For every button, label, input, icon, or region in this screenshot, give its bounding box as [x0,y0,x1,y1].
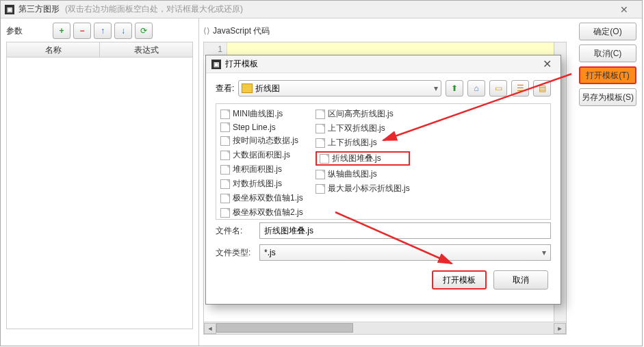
file-item[interactable]: 区间高亮折线图.js [315,108,410,120]
col-name: 名称 [7,42,100,57]
down-button[interactable]: ↓ [114,23,132,39]
remove-button[interactable]: − [73,23,91,39]
close-icon[interactable]: ✕ [610,4,638,15]
filename-input[interactable] [259,222,551,239]
file-item[interactable]: MINI曲线图.js [220,108,303,120]
file-icon [315,138,325,148]
file-icon [220,136,230,146]
filetype-combo[interactable]: *.js ▾ [259,244,551,261]
file-item[interactable]: 纵轴曲线图.js [315,168,410,180]
add-button[interactable]: + [53,23,70,39]
horizontal-scrollbar[interactable]: ◄ ► [204,322,566,334]
cancel-button[interactable]: 取消(C) [579,44,636,62]
file-item[interactable]: 极坐标双数值轴2.js [220,207,303,218]
file-icon [220,194,230,203]
scroll-thumb[interactable] [216,323,353,333]
look-label: 查看: [216,83,234,94]
dialog-button-row: 打开模板 取消 [206,264,561,296]
scroll-left-icon[interactable]: ◄ [204,323,216,334]
params-toolbar: 参数 + − ↑ ↓ ⟳ [6,23,193,39]
file-icon [220,123,230,132]
file-icon [220,179,230,189]
file-icon [220,165,230,175]
line-number: 1 [204,42,227,56]
file-icon [220,208,230,218]
file-icon [315,124,325,133]
code-toolbar: ⟨⟩ JavaScript 代码 [203,23,567,39]
code-line-1[interactable] [227,42,566,56]
save-as-template-button[interactable]: 另存为模板(S) [579,88,636,106]
window-hint: (双击右边功能面板空白处，对话框最大化或还原) [65,3,243,15]
home-button[interactable]: ⌂ [467,80,485,97]
titlebar: ▣ 第三方图形 (双击右边功能面板空白处，对话框最大化或还原) ✕ [1,1,642,18]
params-header: 名称 表达式 [7,42,192,57]
dialog-close-icon[interactable]: ✕ [539,57,555,70]
filename-row: 文件名: [206,220,561,242]
up-folder-button[interactable]: ⬆ [446,80,463,97]
list-view-button[interactable]: ☰ [511,80,529,97]
detail-view-button[interactable]: ▤ [533,80,551,97]
open-template-dialog: ▣ 打开模板 ✕ 查看: 折线图 ▾ ⬆ ⌂ ▭ ☰ ▤ MINI曲线图.js … [205,55,561,305]
file-column-1: MINI曲线图.js Step Line.js 按时间动态数据.js 大数据面积… [220,108,303,215]
filetype-row: 文件类型: *.js ▾ [206,242,561,264]
refresh-button[interactable]: ⟳ [135,23,153,39]
file-column-2: 区间高亮折线图.js 上下双折线图.js 上下折线图.js 折线图堆叠.js 纵… [315,108,410,215]
folder-name: 折线图 [255,83,280,94]
ok-button[interactable]: 确定(O) [579,23,636,40]
file-list[interactable]: MINI曲线图.js Step Line.js 按时间动态数据.js 大数据面积… [216,103,551,220]
params-label: 参数 [6,25,23,37]
dialog-cancel-button[interactable]: 取消 [493,270,548,290]
col-expr: 表达式 [100,42,192,57]
right-button-panel: 确定(O) 取消(C) 打开模板(T) 另存为模板(S) [574,18,642,346]
file-item[interactable]: 大数据面积图.js [220,149,303,161]
file-item[interactable]: 堆积面积图.js [220,164,303,175]
file-icon [315,110,325,119]
params-panel: 参数 + − ↑ ↓ ⟳ 名称 表达式 [1,18,199,346]
file-item[interactable]: 上下双折线图.js [315,123,410,134]
open-template-button[interactable]: 打开模板(T) [579,66,636,84]
folder-icon [242,83,253,93]
filetype-value: *.js [264,248,276,257]
scroll-track[interactable] [216,323,554,334]
file-icon [320,154,329,164]
file-icon [315,170,325,179]
dialog-title: 打开模板 [225,58,258,70]
file-item[interactable]: 最大最小标示折线图.js [315,183,410,194]
scroll-right-icon[interactable]: ► [554,323,566,334]
window-title: 第三方图形 [18,3,60,15]
file-item[interactable]: 极坐标双数值轴1.js [220,192,303,204]
dialog-open-button[interactable]: 打开模板 [432,270,487,290]
up-button[interactable]: ↑ [94,23,112,39]
file-item[interactable]: 上下折线图.js [315,137,410,149]
lookup-row: 查看: 折线图 ▾ ⬆ ⌂ ▭ ☰ ▤ [206,73,561,103]
file-icon [315,184,325,194]
file-item[interactable]: Step Line.js [220,123,303,132]
chevron-down-icon: ▾ [542,248,546,257]
params-table: 名称 表达式 [6,42,193,329]
file-icon [220,110,230,119]
folder-combo[interactable]: 折线图 ▾ [238,80,441,97]
code-label: JavaScript 代码 [213,25,270,37]
app-icon: ▣ [5,5,14,14]
file-icon [220,151,230,160]
file-item[interactable]: 对数折线图.js [220,178,303,190]
file-item[interactable]: 按时间动态数据.js [220,135,303,146]
new-folder-button[interactable]: ▭ [489,80,507,97]
chevron-down-icon: ▾ [434,83,438,93]
dialog-app-icon: ▣ [211,60,221,69]
dialog-titlebar: ▣ 打开模板 ✕ [206,55,561,73]
filetype-label: 文件类型: [216,247,254,259]
file-item-selected[interactable]: 折线图堆叠.js [315,151,410,166]
filename-label: 文件名: [216,225,254,237]
